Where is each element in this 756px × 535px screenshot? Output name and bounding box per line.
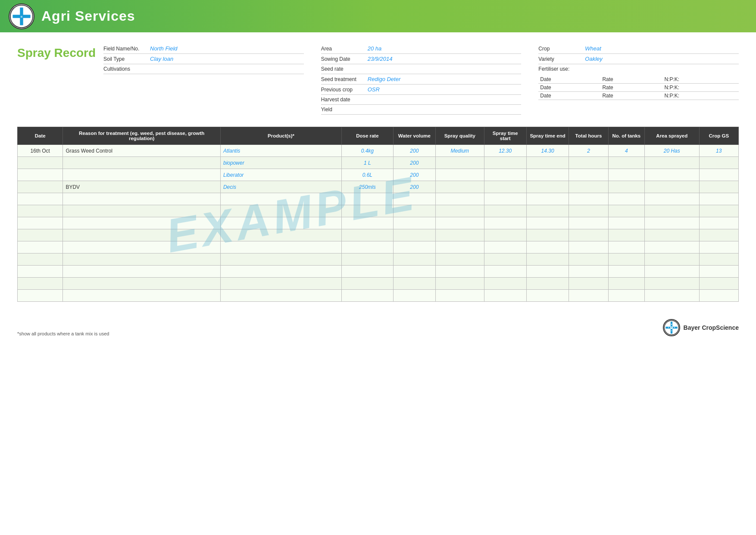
cell-hours bbox=[569, 241, 608, 253]
cell-start bbox=[484, 266, 526, 278]
fertiliser-date-label-3: Date bbox=[538, 92, 588, 100]
cell-water bbox=[393, 253, 435, 266]
cell-area bbox=[645, 157, 700, 169]
form-col-2: Area 20 ha Sowing Date 23/9/2014 Seed ra… bbox=[321, 45, 522, 116]
yield-row: Yield bbox=[321, 106, 522, 115]
cell-product: Liberator bbox=[220, 169, 341, 181]
spray-record-title: Spray Record bbox=[17, 45, 103, 60]
soil-type-value: Clay loan bbox=[150, 56, 173, 62]
seed-treatment-value: Redigo Deter bbox=[368, 76, 401, 82]
cell-product bbox=[220, 266, 341, 278]
cell-start bbox=[484, 217, 526, 229]
cell-dose bbox=[342, 266, 394, 278]
form-grid: Field Name/No. North Field Soil Type Cla… bbox=[103, 45, 739, 116]
crop-row: Crop Wheat bbox=[538, 45, 739, 54]
field-name-label: Field Name/No. bbox=[103, 46, 147, 52]
fertiliser-table: Date Rate N:P:K: Date Rate N: bbox=[538, 75, 739, 100]
cell-date bbox=[18, 217, 63, 229]
cell-gs bbox=[699, 193, 738, 205]
cell-start bbox=[484, 229, 526, 241]
cell-gs bbox=[699, 205, 738, 217]
cell-hours: 2 bbox=[569, 145, 608, 157]
cell-end bbox=[526, 290, 569, 302]
cell-tanks bbox=[608, 253, 644, 266]
cell-dose bbox=[342, 290, 394, 302]
cell-quality bbox=[436, 266, 484, 278]
table-row: BYDVDecis250mls200 bbox=[18, 181, 739, 193]
cell-product bbox=[220, 290, 341, 302]
cell-gs bbox=[699, 241, 738, 253]
cell-end bbox=[526, 193, 569, 205]
cell-dose: 0.4kg bbox=[342, 145, 394, 157]
table-header-row: Date Reason for treatment (eg. weed, pes… bbox=[18, 127, 739, 145]
cell-dose bbox=[342, 205, 394, 217]
cell-reason bbox=[63, 169, 221, 181]
cell-end bbox=[526, 241, 569, 253]
fertiliser-rate-label-3: Rate bbox=[600, 92, 650, 100]
fertiliser-rate-val-1 bbox=[651, 75, 663, 84]
table-row bbox=[18, 193, 739, 205]
cell-dose: 1 L bbox=[342, 157, 394, 169]
cell-dose bbox=[342, 193, 394, 205]
cell-reason bbox=[63, 217, 221, 229]
col-start: Spray time start bbox=[484, 127, 526, 145]
cell-area bbox=[645, 290, 700, 302]
cell-end bbox=[526, 217, 569, 229]
col-dose: Dose rate bbox=[342, 127, 394, 145]
table-row bbox=[18, 217, 739, 229]
table-row: 16th OctGrass Weed ControlAtlantis0.4kg2… bbox=[18, 145, 739, 157]
cell-hours bbox=[569, 266, 608, 278]
fertiliser-row-3: Date Rate N:P:K: bbox=[538, 92, 739, 100]
cell-reason bbox=[63, 241, 221, 253]
cell-product: Atlantis bbox=[220, 145, 341, 157]
fertiliser-date-val-3 bbox=[589, 92, 601, 100]
cell-date bbox=[18, 241, 63, 253]
cell-reason bbox=[63, 253, 221, 266]
cell-area bbox=[645, 169, 700, 181]
fertiliser-npk-label-1: N:P:K: bbox=[662, 75, 727, 84]
table-row: Liberator0.6L200 bbox=[18, 169, 739, 181]
variety-label: Variety bbox=[538, 56, 581, 62]
cultivations-label: Cultivations bbox=[103, 66, 147, 72]
cell-end bbox=[526, 278, 569, 290]
area-row: Area 20 ha bbox=[321, 45, 522, 54]
cell-tanks bbox=[608, 205, 644, 217]
cell-water bbox=[393, 290, 435, 302]
cell-hours bbox=[569, 157, 608, 169]
cell-water bbox=[393, 278, 435, 290]
cell-reason bbox=[63, 157, 221, 169]
footer-note: *show all products where a tank mix is u… bbox=[17, 331, 109, 336]
svg-text:E: E bbox=[16, 15, 18, 18]
cell-dose: 0.6L bbox=[342, 169, 394, 181]
cell-hours bbox=[569, 217, 608, 229]
cell-dose: 250mls bbox=[342, 181, 394, 193]
cell-end bbox=[526, 205, 569, 217]
cell-area bbox=[645, 217, 700, 229]
cell-water bbox=[393, 229, 435, 241]
cell-hours bbox=[569, 278, 608, 290]
soil-type-row: Soil Type Clay loan bbox=[103, 56, 304, 64]
cell-date: 16th Oct bbox=[18, 145, 63, 157]
fertiliser-row-1: Date Rate N:P:K: bbox=[538, 75, 739, 84]
svg-text:R: R bbox=[671, 327, 672, 329]
cell-hours bbox=[569, 205, 608, 217]
cell-water: 200 bbox=[393, 169, 435, 181]
cell-gs bbox=[699, 181, 738, 193]
sowing-date-row: Sowing Date 23/9/2014 bbox=[321, 56, 522, 64]
cell-product bbox=[220, 229, 341, 241]
cell-tanks bbox=[608, 157, 644, 169]
col-hours: Total hours bbox=[569, 127, 608, 145]
cell-dose bbox=[342, 229, 394, 241]
cell-product bbox=[220, 217, 341, 229]
cell-area bbox=[645, 181, 700, 193]
col-end: Spray time end bbox=[526, 127, 569, 145]
cell-product bbox=[220, 241, 341, 253]
cultivations-row2 bbox=[103, 76, 304, 84]
cell-end: 14.30 bbox=[526, 145, 569, 157]
col-reason: Reason for treatment (eg. weed, pest dis… bbox=[63, 127, 221, 145]
cell-hours bbox=[569, 253, 608, 266]
cell-area bbox=[645, 205, 700, 217]
cell-dose bbox=[342, 241, 394, 253]
header: B A Y E B A Y E R Agri Services bbox=[0, 0, 756, 32]
fertiliser-row-2: Date Rate N:P:K: bbox=[538, 84, 739, 92]
